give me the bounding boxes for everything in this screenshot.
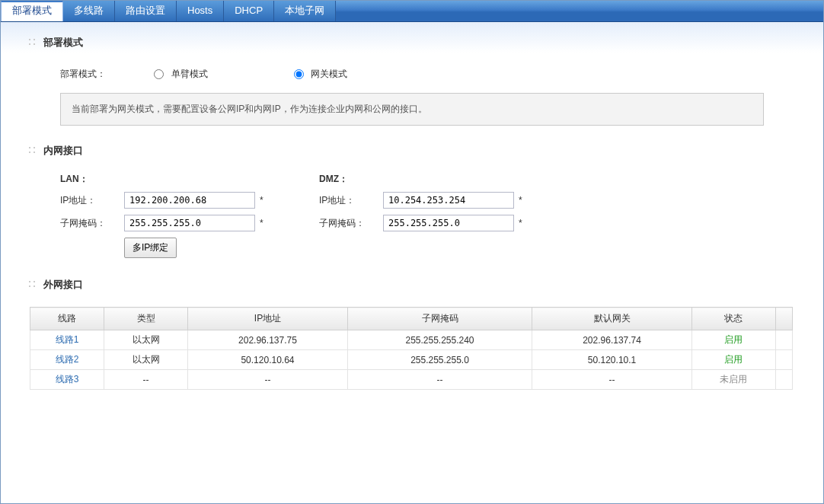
tab-multiline[interactable]: 多线路: [63, 1, 115, 21]
wan-ip-cell: 50.120.10.64: [188, 350, 348, 370]
content-pane: 部署模式 部署模式： 单臂模式 网关模式 当前部署为网关模式，需要配置设备公网I…: [1, 22, 823, 390]
wan-gw-cell: --: [532, 370, 692, 390]
dmz-header: DMZ：: [319, 173, 578, 186]
wan-mask-cell: 255.255.255.0: [347, 350, 532, 370]
wan-extra-cell: [776, 370, 793, 390]
lan-header: LAN：: [60, 173, 319, 186]
wan-gw-cell: 202.96.137.74: [532, 330, 692, 350]
radio-single-arm-label: 单臂模式: [171, 69, 208, 79]
wan-table: 线路 类型 IP地址 子网掩码 默认网关 状态 线路1以太网202.96.137…: [30, 307, 793, 390]
wan-col-ip[interactable]: IP地址: [188, 308, 348, 330]
table-row[interactable]: 线路1以太网202.96.137.75255.255.255.240202.96…: [30, 330, 793, 350]
section-title-deploy: 部署模式: [1, 22, 823, 59]
lan-ip-input[interactable]: [124, 192, 255, 209]
required-mark: *: [260, 195, 263, 206]
wan-status-cell: 未启用: [691, 370, 775, 390]
required-mark: *: [519, 195, 522, 206]
tab-deploy[interactable]: 部署模式: [1, 1, 63, 21]
wan-col-extra: [776, 308, 793, 330]
wan-col-type[interactable]: 类型: [104, 308, 188, 330]
wan-mask-cell: --: [347, 370, 532, 390]
multi-ip-button[interactable]: 多IP绑定: [124, 238, 177, 258]
dmz-ip-input[interactable]: [383, 192, 514, 209]
wan-extra-cell: [776, 330, 793, 350]
tab-hosts[interactable]: Hosts: [177, 1, 224, 21]
lan-interface-wrap: LAN： IP地址： * 子网掩码： * 多IP绑定 DMZ：: [1, 167, 823, 264]
wan-line-link[interactable]: 线路1: [56, 334, 79, 345]
app-window: 部署模式 多线路 路由设置 Hosts DHCP 本地子网 部署模式 部署模式：…: [0, 0, 824, 504]
table-row[interactable]: 线路3--------未启用: [30, 370, 793, 390]
radio-single-arm-input[interactable]: [154, 69, 164, 79]
wan-gw-cell: 50.120.10.1: [532, 350, 692, 370]
lan-column: LAN： IP地址： * 子网掩码： * 多IP绑定: [60, 173, 319, 264]
lan-ip-row: IP地址： *: [60, 192, 319, 209]
wan-line-link[interactable]: 线路3: [56, 374, 79, 384]
wan-col-line[interactable]: 线路: [30, 308, 104, 330]
radio-single-arm[interactable]: 单臂模式: [154, 68, 207, 81]
lan-mask-input[interactable]: [124, 215, 255, 231]
wan-ip-cell: --: [188, 370, 348, 390]
deploy-mode-row: 部署模式： 单臂模式 网关模式: [1, 59, 823, 93]
tab-route[interactable]: 路由设置: [115, 1, 177, 21]
required-mark: *: [519, 218, 522, 228]
lan-mask-row: 子网掩码： *: [60, 215, 319, 231]
wan-status-cell: 启用: [691, 350, 775, 370]
wan-col-status[interactable]: 状态: [691, 308, 775, 330]
multi-ip-row: 多IP绑定: [124, 238, 319, 258]
wan-extra-cell: [776, 350, 793, 370]
wan-status-cell: 启用: [691, 330, 775, 350]
mode-info-box: 当前部署为网关模式，需要配置设备公网IP和内网IP，作为连接企业内网和公网的接口…: [60, 93, 764, 126]
radio-gateway-label: 网关模式: [311, 69, 347, 79]
section-title-wan: 外网接口: [1, 264, 823, 301]
dmz-mask-label: 子网掩码：: [319, 217, 383, 230]
wan-col-mask[interactable]: 子网掩码: [347, 308, 532, 330]
required-mark: *: [260, 218, 263, 228]
dmz-column: DMZ： IP地址： * 子网掩码： *: [319, 173, 578, 264]
dmz-ip-row: IP地址： *: [319, 192, 578, 209]
wan-header-row: 线路 类型 IP地址 子网掩码 默认网关 状态: [30, 308, 793, 330]
section-title-lan: 内网接口: [1, 130, 823, 167]
dmz-mask-row: 子网掩码： *: [319, 215, 578, 231]
radio-gateway-input[interactable]: [294, 69, 304, 79]
deploy-mode-label: 部署模式：: [60, 68, 152, 81]
tab-bar: 部署模式 多线路 路由设置 Hosts DHCP 本地子网: [1, 1, 823, 22]
wan-type-cell: --: [104, 370, 188, 390]
wan-ip-cell: 202.96.137.75: [188, 330, 348, 350]
wan-type-cell: 以太网: [104, 330, 188, 350]
wan-mask-cell: 255.255.255.240: [347, 330, 532, 350]
wan-col-gw[interactable]: 默认网关: [532, 308, 692, 330]
dmz-mask-input[interactable]: [383, 215, 514, 231]
tab-dhcp[interactable]: DHCP: [224, 1, 274, 21]
wan-type-cell: 以太网: [104, 350, 188, 370]
dmz-ip-label: IP地址：: [319, 194, 383, 207]
lan-mask-label: 子网掩码：: [60, 217, 124, 230]
tab-localsubnet[interactable]: 本地子网: [274, 1, 336, 21]
lan-ip-label: IP地址：: [60, 194, 124, 207]
wan-line-link[interactable]: 线路2: [56, 354, 79, 365]
radio-gateway[interactable]: 网关模式: [294, 68, 347, 81]
table-row[interactable]: 线路2以太网50.120.10.64255.255.255.050.120.10…: [30, 350, 793, 370]
